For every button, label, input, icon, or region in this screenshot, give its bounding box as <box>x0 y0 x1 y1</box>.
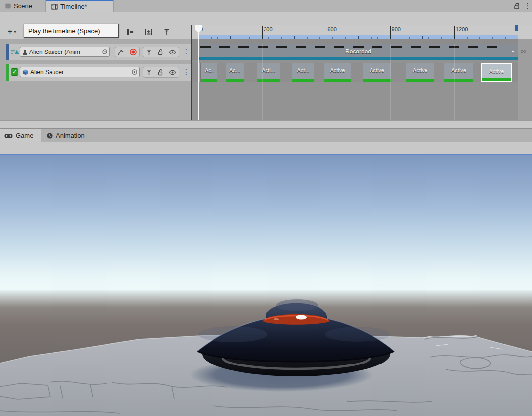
keyframe-dash <box>276 46 287 48</box>
track-options-group <box>143 47 179 57</box>
flare-sheen-left <box>198 326 267 342</box>
film-icon <box>51 4 58 10</box>
active-clip[interactable]: Active <box>324 63 351 82</box>
keyframe-dash <box>238 46 249 48</box>
pin-icon[interactable] <box>146 69 152 76</box>
timeline-grid-line <box>326 44 326 120</box>
active-clip[interactable]: Active <box>406 63 434 82</box>
curves-icon[interactable] <box>117 49 125 55</box>
cube-icon <box>22 69 29 76</box>
gameobject-field[interactable]: Alien Saucer <box>20 67 140 77</box>
tab-timeline-label: Timeline* <box>60 3 87 10</box>
track-binding-label: Alien Saucer (Anim <box>29 49 102 55</box>
keyframe-dash <box>296 46 306 48</box>
track-header-animation[interactable]: Alien Saucer (Anim ⋮ <box>6 44 191 60</box>
tooltip-text: Play the timeline (Space) <box>28 27 100 35</box>
edit-mode-ripple-button[interactable] <box>141 26 156 37</box>
chevron-down-icon: ▾ <box>14 30 16 34</box>
edit-mode-replace-button[interactable] <box>160 26 174 37</box>
keyframe-dash <box>372 46 382 48</box>
active-clip[interactable]: Acti... <box>257 63 280 82</box>
eye-icon[interactable] <box>169 70 176 75</box>
ruler-major-tick <box>390 26 391 39</box>
ruler-major-tick <box>326 26 326 39</box>
game-toolbar: Game▾ Display 1▾ Free Aspect▾ Scale 1x P… <box>0 142 532 154</box>
tooltip: Play the timeline (Space) <box>24 24 119 38</box>
keyframe-dash <box>258 46 268 48</box>
ruler-label: 1200 <box>456 26 468 32</box>
active-clip[interactable]: Active <box>363 63 391 82</box>
clip-label: Ac... <box>226 67 244 73</box>
infinity-icon: ∞ <box>520 47 526 56</box>
track-options-group <box>143 67 179 78</box>
tab-game-label: Game <box>16 132 33 139</box>
tab-timeline[interactable]: Timeline* <box>46 0 114 12</box>
active-clip[interactable]: Ac... <box>226 63 244 82</box>
clip-label: Acti... <box>257 67 280 73</box>
ruler-major-tick <box>262 26 263 39</box>
timeline-ruler[interactable]: 030060090012001500 <box>192 25 532 39</box>
stripe-specular-small <box>274 318 279 320</box>
game-view[interactable] <box>0 155 532 416</box>
activation-track-lane: Ac..Ac...Acti...Act...ActiveActiveActive… <box>192 63 532 82</box>
window-menu-icon[interactable]: ⋮ <box>524 2 531 9</box>
clip-label: Act... <box>292 67 314 73</box>
recorded-clip[interactable]: Recorded ▸ <box>198 44 518 60</box>
unlock-icon[interactable] <box>513 2 520 10</box>
animator-object-field[interactable]: Alien Saucer (Anim <box>20 47 110 57</box>
timeline-grid-line <box>262 44 263 120</box>
keyframe-dash <box>334 46 344 48</box>
keyframe-dash <box>219 46 230 48</box>
tab-animation[interactable]: Animation <box>42 129 93 142</box>
timeline-grid-line <box>454 44 455 120</box>
track-color-stripe <box>6 64 9 81</box>
tab-scene-label: Scene <box>14 2 32 10</box>
tab-scene[interactable]: Scene <box>0 0 46 12</box>
active-clip[interactable]: Act... <box>292 63 314 82</box>
eye-icon[interactable] <box>169 50 176 55</box>
keyframe-dash <box>391 46 402 48</box>
ruler-major-tick <box>454 26 455 39</box>
clip-label: Active <box>444 67 473 73</box>
clip-label: Active <box>363 67 391 73</box>
unity-editor: { "window": { "tabs": { "scene": "Scene"… <box>0 0 532 416</box>
track-menu-icon[interactable]: ⋮ <box>183 48 190 55</box>
lock-icon[interactable] <box>157 49 163 55</box>
ruler-label: 600 <box>327 26 336 32</box>
tab-game[interactable]: Game <box>0 129 41 142</box>
track-header-activation[interactable]: ✓ Alien Saucer ⋮ <box>6 64 191 81</box>
object-picker-icon[interactable] <box>102 49 108 55</box>
active-clip[interactable]: Active <box>444 63 473 82</box>
timeline-hscrollbar: ◀ ▶ <box>0 120 532 128</box>
animator-icon <box>22 49 28 55</box>
keyframe-dash <box>487 46 497 48</box>
animation-track-lane: Recorded ▸ <box>192 44 532 60</box>
gamepad-icon <box>4 133 13 139</box>
track-menu-icon[interactable]: ⋮ <box>183 68 190 75</box>
ripple-mode-icon <box>145 29 153 35</box>
timeline-grid-line <box>390 44 391 120</box>
lock-icon[interactable] <box>157 69 163 76</box>
clip-label: Active <box>482 68 511 74</box>
pin-icon[interactable] <box>146 49 152 55</box>
keyframe-dash <box>411 46 421 48</box>
clip-label: Active <box>406 67 434 73</box>
add-track-button[interactable]: + ▾ <box>3 26 21 37</box>
sky <box>0 155 532 304</box>
edit-mode-mix-button[interactable] <box>123 26 138 37</box>
active-checkbox[interactable]: ✓ <box>11 68 18 76</box>
record-icon[interactable] <box>129 48 137 56</box>
clip-label: Active <box>324 67 351 73</box>
flare-sheen-right <box>325 327 390 342</box>
playhead-line <box>198 32 199 120</box>
timeline-right-margin: ∞ <box>518 25 532 120</box>
active-clip-selected[interactable]: Active <box>481 63 512 82</box>
ruler-minor-tick <box>294 36 295 39</box>
timeline-track-headers: Alien Saucer (Anim ⋮ <box>0 39 191 120</box>
object-picker-icon[interactable] <box>131 69 138 75</box>
ruler-label: 300 <box>264 26 272 32</box>
active-clip[interactable]: Ac.. <box>201 63 217 82</box>
record-button-group <box>115 47 140 57</box>
window-tab-bar: Scene Timeline* ⋮ <box>0 0 532 13</box>
clip-more-icon: ▸ <box>512 49 514 53</box>
